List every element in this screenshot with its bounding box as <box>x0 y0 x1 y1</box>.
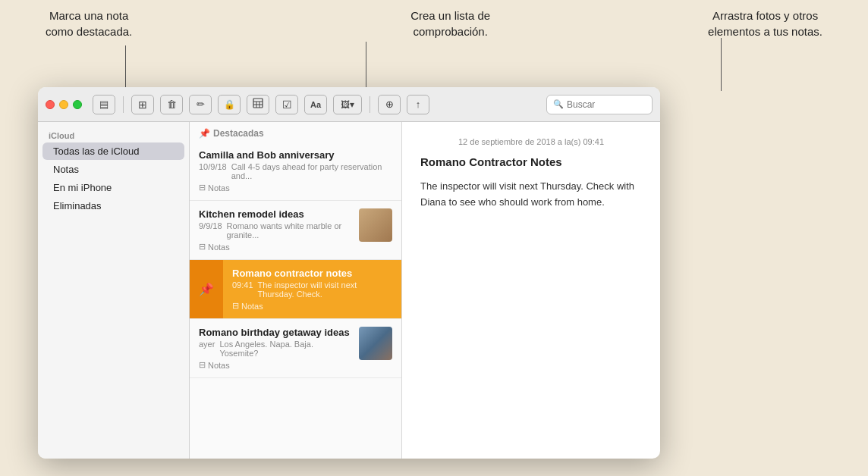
checklist-button[interactable]: ☑ <box>275 95 298 114</box>
svg-rect-0 <box>253 99 263 108</box>
media-button[interactable]: 🖼▾ <box>333 95 362 114</box>
delete-button[interactable]: 🗑 <box>160 95 183 114</box>
thumbnail-image <box>359 327 392 360</box>
checklist-icon: ☑ <box>282 99 292 111</box>
note-detail-title: Romano Contractor Notes <box>420 155 642 168</box>
note-preview-inline: Los Angeles. Napa. Baja. Yosemite? <box>219 340 350 358</box>
pin-symbol: 📌 <box>199 128 210 139</box>
sidebar-item-eliminadas[interactable]: Eliminadas <box>42 197 184 215</box>
note-meta: 9/9/18 Romano wants white marble or gran… <box>199 221 350 240</box>
callout-center-line1: Crea un lista de <box>410 9 490 22</box>
note-title: Romano birthday getaway ideas <box>199 327 350 338</box>
note-detail: 12 de septiembre de 2018 a la(s) 09:41 R… <box>402 122 660 459</box>
window-body: iCloud Todas las de iCloud Notas En mi i… <box>38 122 660 459</box>
note-detail-date: 12 de septiembre de 2018 a la(s) 09:41 <box>420 137 642 146</box>
callout-right: Arrastra fotos y otros elementos a tus n… <box>708 8 822 39</box>
callout-left-line1: Marca una nota <box>49 9 128 22</box>
note-preview-inline: Romano wants white marble or granite... <box>227 221 350 240</box>
folder-name: Notas <box>208 183 230 193</box>
share-icon: ↑ <box>416 99 421 110</box>
note-item[interactable]: Romano birthday getaway ideas ayer Los A… <box>190 319 401 378</box>
note-preview-inline: The inspector will visit next Thursday. … <box>258 280 392 299</box>
note-title: Kitchen remodel ideas <box>199 208 350 220</box>
search-box[interactable]: 🔍 <box>546 95 653 114</box>
note-item[interactable]: Kitchen remodel ideas 9/9/18 Romano want… <box>190 201 401 260</box>
note-folder: ⊟ Notas <box>199 242 350 252</box>
search-input[interactable] <box>567 99 646 110</box>
compose-button[interactable]: ✏ <box>189 95 212 114</box>
section-header-label: Destacadas <box>213 128 264 139</box>
note-item[interactable]: Camilla and Bob anniversary 10/9/18 Call… <box>190 142 401 201</box>
sidebar: iCloud Todas las de iCloud Notas En mi i… <box>38 122 190 459</box>
maximize-button[interactable] <box>73 100 82 109</box>
notes-list: 📌 Destacadas Camilla and Bob anniversary… <box>190 122 402 459</box>
folder-name: Notas <box>208 243 230 252</box>
callout-left-line2: como destacada. <box>46 25 132 38</box>
trash-icon: 🗑 <box>167 99 177 110</box>
callout-center: Crea un lista de comprobación. <box>410 8 490 39</box>
share-note-button[interactable]: ⊕ <box>378 95 401 114</box>
sidebar-item-en-mi-iphone[interactable]: En mi iPhone <box>42 179 184 196</box>
callout-center-line2: comprobación. <box>413 25 487 38</box>
titlebar: ▤ ⊞ 🗑 ✏ 🔒 <box>38 87 660 122</box>
pin-icon: 📌 <box>199 282 214 296</box>
note-date: 09:41 <box>232 280 253 299</box>
note-date: 10/9/18 <box>199 162 227 180</box>
sidebar-item-label: Notas <box>53 164 79 175</box>
search-icon: 🔍 <box>553 99 564 109</box>
note-date: ayer <box>199 340 215 358</box>
grid-icon: ⊞ <box>138 99 147 111</box>
note-preview-inline: Call 4-5 days ahead for party reservatio… <box>231 162 392 180</box>
thumbnail-image <box>359 208 392 242</box>
note-title: Camilla and Bob anniversary <box>199 149 392 161</box>
folder-icon: ⊟ <box>199 360 206 370</box>
sidebar-toggle-icon: ▤ <box>99 99 108 110</box>
folder-icon: ⊟ <box>199 242 206 252</box>
note-thumbnail <box>359 208 392 242</box>
toolbar-separator-2 <box>370 96 370 113</box>
folder-name: Notas <box>208 361 230 370</box>
lock-icon: 🔒 <box>224 99 235 110</box>
note-meta: 10/9/18 Call 4-5 days ahead for party re… <box>199 162 392 180</box>
lock-button[interactable]: 🔒 <box>218 95 241 114</box>
note-thumbnail <box>359 327 392 360</box>
minimize-button[interactable] <box>59 100 68 109</box>
traffic-lights <box>46 100 82 109</box>
folder-icon: ⊟ <box>232 301 239 311</box>
notes-section-header: 📌 Destacadas <box>190 122 401 142</box>
format-icon: Aa <box>310 100 321 109</box>
format-button[interactable]: Aa <box>304 95 327 114</box>
folder-icon: ⊟ <box>199 183 206 193</box>
toolbar-separator-1 <box>123 96 124 113</box>
note-item-pinned[interactable]: 📌 Romano contractor notes 09:41 The insp… <box>190 260 401 319</box>
callout-line-right <box>721 38 722 91</box>
folder-name: Notas <box>241 302 263 311</box>
note-title: Romano contractor notes <box>232 268 392 279</box>
note-folder: ⊟ Notas <box>199 360 350 370</box>
sidebar-item-notas[interactable]: Notas <box>42 161 184 178</box>
note-detail-body: The inspector will visit next Thursday. … <box>420 179 642 211</box>
pin-icon-container: 📌 <box>190 260 223 318</box>
note-folder: ⊟ Notas <box>232 301 392 311</box>
callout-line-left <box>125 45 126 91</box>
sidebar-item-all-icloud[interactable]: Todas las de iCloud <box>42 142 184 160</box>
sidebar-item-label: Eliminadas <box>53 200 102 211</box>
callout-left: Marca una nota como destacada. <box>46 8 132 39</box>
note-meta: 09:41 The inspector will visit next Thur… <box>232 280 392 299</box>
table-button[interactable] <box>247 95 269 114</box>
sidebar-toggle-button[interactable]: ▤ <box>93 95 115 114</box>
share-button[interactable]: ↑ <box>407 95 429 114</box>
note-meta: ayer Los Angeles. Napa. Baja. Yosemite? <box>199 340 350 358</box>
note-folder: ⊟ Notas <box>199 183 392 193</box>
close-button[interactable] <box>46 100 55 109</box>
callout-right-line1: Arrastra fotos y otros <box>712 9 818 22</box>
sidebar-section-icloud: iCloud <box>38 128 189 142</box>
table-icon <box>253 98 263 111</box>
sidebar-item-label: Todas las de iCloud <box>53 146 139 157</box>
callout-right-line2: elementos a tus notas. <box>708 25 822 38</box>
share-note-icon: ⊕ <box>385 99 394 110</box>
media-icon: 🖼▾ <box>341 99 354 110</box>
grid-view-button[interactable]: ⊞ <box>131 95 154 114</box>
note-date: 9/9/18 <box>199 221 222 240</box>
notes-window: ▤ ⊞ 🗑 ✏ 🔒 <box>38 87 660 459</box>
